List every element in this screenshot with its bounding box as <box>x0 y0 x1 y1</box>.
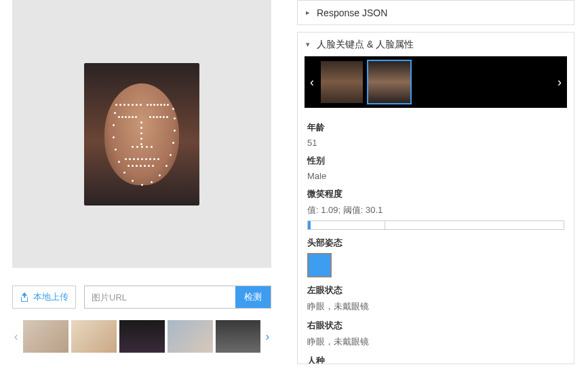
age-value: 51 <box>307 138 564 148</box>
response-json-header[interactable]: ▸ Response JSON <box>298 1 574 24</box>
url-input-group: 检测 <box>84 286 271 309</box>
sample-couple[interactable] <box>71 320 117 353</box>
sample-thumbs <box>23 320 261 353</box>
sample-opera[interactable] <box>119 320 165 353</box>
face-thumb-strip: ‹ › <box>305 56 567 108</box>
smile-value-text: 值: 1.09; 阈值: 30.1 <box>307 204 564 216</box>
sample-row: ‹ › <box>12 317 271 356</box>
right-eye-label: 右眼状态 <box>307 319 564 332</box>
response-json-section: ▸ Response JSON <box>297 0 574 25</box>
strip-next-button[interactable]: › <box>552 56 567 108</box>
sample-next-button[interactable]: › <box>263 317 271 356</box>
face-attributes-header[interactable]: ▾ 人脸关键点 & 人脸属性 <box>298 33 574 56</box>
smile-label: 微笑程度 <box>307 188 564 200</box>
local-upload-button[interactable]: 本地上传 <box>12 286 76 309</box>
gender-label: 性别 <box>307 155 564 167</box>
ethnicity-label: 人种 <box>307 355 564 364</box>
chevron-down-icon: ▾ <box>306 40 310 49</box>
local-upload-label: 本地上传 <box>33 291 68 303</box>
chevron-right-icon: ▸ <box>306 8 310 17</box>
gender-value: Male <box>307 171 564 181</box>
face-thumb-0[interactable] <box>321 61 363 103</box>
sample-beach[interactable] <box>168 320 213 353</box>
detect-button[interactable]: 检测 <box>235 286 271 308</box>
pose-label: 头部姿态 <box>307 237 564 249</box>
pose-indicator <box>307 253 332 277</box>
image-preview <box>12 0 271 268</box>
face-attributes-section: ▾ 人脸关键点 & 人脸属性 ‹ › 年龄 51 性别 Male 微笑程度 值:… <box>297 32 574 364</box>
right-eye-value: 睁眼，未戴眼镜 <box>307 336 564 348</box>
main-face-image <box>84 63 199 206</box>
right-panel: ▸ Response JSON ▾ 人脸关键点 & 人脸属性 ‹ › 年龄 51… <box>278 0 588 371</box>
upload-icon <box>20 292 29 302</box>
face-attributes-title: 人脸关键点 & 人脸属性 <box>317 39 414 51</box>
strip-prev-button[interactable]: ‹ <box>305 56 319 108</box>
left-panel: 本地上传 检测 ‹ › <box>0 0 278 371</box>
sample-sunglasses[interactable] <box>216 320 261 353</box>
left-eye-value: 睁眼，未戴眼镜 <box>307 300 564 313</box>
smile-progress <box>307 220 564 230</box>
app-root: 本地上传 检测 ‹ › ▸ Response JSON ▾ 人脸关键点 & 人脸… <box>0 0 588 371</box>
sample-prev-button[interactable]: ‹ <box>12 317 20 356</box>
face-thumb-1[interactable] <box>368 61 410 103</box>
age-label: 年龄 <box>307 121 564 134</box>
response-json-title: Response JSON <box>317 7 387 18</box>
left-eye-label: 左眼状态 <box>307 284 564 296</box>
attribute-list: 年龄 51 性别 Male 微笑程度 值: 1.09; 阈值: 30.1 头部姿… <box>305 111 567 364</box>
face-attributes-body: ‹ › 年龄 51 性别 Male 微笑程度 值: 1.09; 阈值: 30.1 <box>298 56 574 364</box>
upload-row: 本地上传 检测 <box>12 286 271 309</box>
sample-family[interactable] <box>23 320 68 353</box>
image-url-input[interactable] <box>85 286 235 308</box>
